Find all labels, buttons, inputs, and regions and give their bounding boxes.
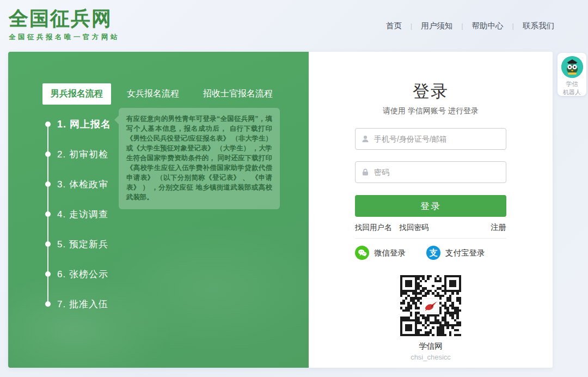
site-slogan: 全国征兵报名唯一官方网站	[9, 33, 120, 42]
nav-item-contact-us[interactable]: 联系我们	[520, 20, 556, 32]
top-nav: 首页 | 用户须知 | 帮助中心 | 联系我们	[384, 20, 556, 32]
qr-code	[400, 275, 461, 336]
username-field[interactable]	[355, 128, 506, 150]
step-initial-review: 2. 初审初检	[57, 148, 108, 161]
nav-item-user-notice[interactable]: 用户须知	[419, 20, 455, 32]
login-button[interactable]: 登录	[355, 195, 506, 217]
lock-icon	[361, 168, 370, 177]
nav-item-help-center[interactable]: 帮助中心	[470, 20, 506, 32]
chsi-robot-widget[interactable]: 学信 机器人	[558, 53, 586, 96]
password-input[interactable]	[374, 168, 500, 177]
timeline-dot	[45, 271, 51, 277]
nav-divider: |	[411, 22, 412, 30]
timeline-dot	[45, 181, 51, 187]
qr-account-id: chsi_chesicc	[309, 353, 553, 361]
alipay-login-label: 支付宝登录	[445, 248, 485, 258]
wechat-login-button[interactable]: 微信登录	[355, 246, 406, 260]
user-icon	[361, 135, 370, 143]
step-online-registration: 1. 网上报名	[57, 118, 111, 131]
step1-description-bubble: 有应征意向的男性青年可登录“全国征兵网”，填写个人基本信息，报名成功后， 自行下…	[119, 108, 280, 209]
site-logo[interactable]: 全国征兵网 全国征兵报名唯一官方网站	[9, 7, 120, 42]
social-login-row: 微信登录 支 支付宝登录	[355, 246, 506, 260]
nav-divider: |	[461, 22, 463, 30]
process-tabs: 男兵报名流程 女兵报名流程 招收士官报名流程	[42, 83, 281, 105]
tab-male-enlistment[interactable]: 男兵报名流程	[42, 83, 111, 105]
nav-divider: |	[512, 22, 514, 30]
username-input[interactable]	[374, 135, 500, 143]
alipay-icon: 支	[426, 246, 440, 260]
qr-section: 学信网 chsi_chesicc	[309, 275, 553, 361]
robot-avatar-icon	[561, 56, 583, 78]
step-physical-political-exam: 3. 体检政审	[57, 178, 108, 191]
register-link[interactable]: 注册	[491, 222, 506, 233]
account-links-row: 找回用户名 找回密码 注册	[355, 222, 506, 233]
tab-female-enlistment[interactable]: 女兵报名流程	[119, 83, 187, 105]
enlistment-process-panel: 男兵报名流程 女兵报名流程 招收士官报名流程 1. 网上报名 2. 初审初检 3…	[8, 52, 309, 368]
step-home-visit-survey: 4. 走访调查	[57, 208, 108, 221]
nav-item-home[interactable]: 首页	[384, 20, 404, 32]
divider	[355, 238, 506, 239]
robot-widget-label: 学信 机器人	[558, 80, 586, 96]
timeline-dot	[45, 151, 51, 157]
timeline-dot	[45, 121, 51, 127]
password-field[interactable]	[355, 161, 506, 183]
site-title: 全国征兵网	[9, 7, 120, 29]
find-username-link[interactable]: 找回用户名	[355, 223, 392, 233]
step-public-announcement: 6. 张榜公示	[57, 268, 108, 281]
page-header: 全国征兵网 全国征兵报名唯一官方网站 首页 | 用户须知 | 帮助中心 | 联系…	[0, 0, 588, 52]
tab-nco-recruitment[interactable]: 招收士官报名流程	[195, 83, 281, 105]
chsi-bird-logo	[424, 299, 438, 313]
qr-label: 学信网	[309, 341, 553, 351]
wechat-login-label: 微信登录	[374, 248, 406, 258]
alipay-login-button[interactable]: 支 支付宝登录	[426, 246, 485, 260]
step-preselect-recruits: 5. 预定新兵	[57, 238, 108, 251]
step-approved-enlistment: 7. 批准入伍	[57, 298, 108, 311]
timeline-dot	[45, 241, 51, 247]
find-password-link[interactable]: 找回密码	[400, 223, 429, 233]
timeline-dot	[45, 211, 51, 217]
login-panel: 登录 请使用 学信网账号 进行登录 登录 找回用户名 找回密码 注册	[309, 52, 553, 368]
login-subtitle: 请使用 学信网账号 进行登录	[309, 106, 553, 116]
timeline-dot	[45, 301, 51, 307]
main-card: 男兵报名流程 女兵报名流程 招收士官报名流程 1. 网上报名 2. 初审初检 3…	[8, 52, 553, 368]
wechat-icon	[355, 246, 369, 260]
login-title: 登录	[309, 80, 553, 103]
